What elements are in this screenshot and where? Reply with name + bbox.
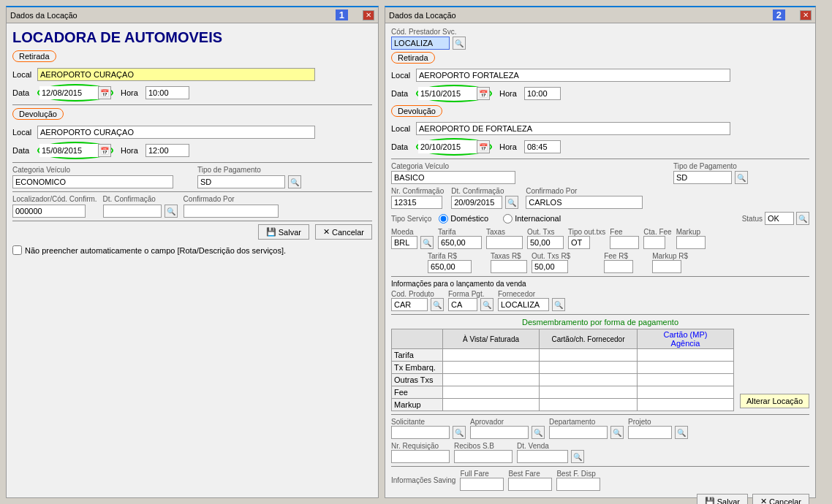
localizador-input-1[interactable]: [12, 205, 86, 218]
dt-venda-input[interactable]: [517, 450, 568, 463]
domestico-radio[interactable]: [439, 214, 448, 224]
dev-hora-input-1[interactable]: [145, 144, 189, 157]
out-txs-rs-input[interactable]: [532, 260, 568, 273]
tarifa-rs-input[interactable]: [428, 260, 472, 273]
recibos-label: Recibos S.B: [454, 442, 513, 450]
dt-conf-input-2[interactable]: [451, 196, 502, 209]
cta-fee-input[interactable]: [643, 236, 665, 249]
tipo-pgto-input-1[interactable]: [197, 175, 285, 188]
markup-input[interactable]: [676, 236, 706, 249]
checkbox-1[interactable]: [12, 245, 22, 255]
tarifa-row-label: Tarifa: [392, 349, 443, 362]
dt-conf-icon-2[interactable]: 🔍: [505, 196, 518, 209]
best-fare-input[interactable]: [508, 478, 552, 491]
cod-prestador-icon[interactable]: 🔍: [453, 37, 466, 50]
dev-hora-label-2: Hora: [499, 142, 521, 151]
dev-local-label-2: Local: [391, 124, 413, 133]
fornecedor-input[interactable]: [498, 298, 549, 311]
hora-input-2[interactable]: [524, 87, 561, 100]
categoria-input-1[interactable]: [12, 175, 173, 188]
alterar-button[interactable]: Alterar Locação: [740, 394, 809, 408]
dev-calendar-icon-2[interactable]: 📅: [477, 140, 490, 153]
nr-req-label: Nr. Requisição: [391, 442, 450, 450]
salvar-button-1[interactable]: 💾 Salvar: [258, 224, 309, 240]
internacional-radio[interactable]: [503, 214, 513, 224]
dev-hora-input-2[interactable]: [524, 140, 561, 153]
moeda-input[interactable]: [391, 236, 417, 249]
status-input[interactable]: [765, 212, 794, 225]
nr-conf-input[interactable]: [391, 196, 442, 209]
aprovador-input[interactable]: [470, 426, 529, 439]
confirmado-input-2[interactable]: [526, 196, 643, 209]
tarifa-row: Tarifa: [392, 349, 734, 362]
tarifa-rs-label: Tarifa R$: [428, 252, 472, 260]
calendar-icon-1[interactable]: 📅: [98, 86, 111, 99]
close-button-1[interactable]: ✕: [363, 10, 374, 20]
dev-local-input-2[interactable]: [416, 122, 730, 135]
dt-conf-input-1[interactable]: [103, 205, 162, 218]
categoria-input-2[interactable]: [391, 171, 515, 184]
close-button-2[interactable]: ✕: [800, 10, 812, 20]
recibos-input[interactable]: [454, 450, 513, 463]
aprovador-icon[interactable]: 🔍: [532, 426, 545, 439]
dev-data-input-1[interactable]: [39, 144, 98, 157]
departamento-input[interactable]: [549, 426, 608, 439]
taxas-rs-label: Taxas R$: [491, 252, 527, 260]
forma-pgt-input[interactable]: [448, 298, 477, 311]
dt-conf-icon-1[interactable]: 🔍: [164, 205, 178, 218]
dt-conf-label-2: Dt. Confirmação: [451, 187, 518, 195]
cod-prestador-input[interactable]: [391, 37, 450, 50]
calendar-icon-2[interactable]: 📅: [477, 87, 490, 100]
tx-embarq-row: Tx Embarq.: [392, 362, 734, 374]
tarifa-input[interactable]: [438, 236, 482, 249]
forma-pgt-icon[interactable]: 🔍: [480, 298, 493, 311]
data-input-2[interactable]: [418, 87, 477, 100]
tipo-pgto-input-2[interactable]: [673, 171, 732, 184]
dev-calendar-icon-1[interactable]: 📅: [98, 144, 111, 157]
salvar-button-2[interactable]: 💾 Salvar: [697, 494, 748, 504]
solicitante-icon[interactable]: 🔍: [453, 426, 466, 439]
cta-fee-label: Cta. Fee: [643, 228, 671, 236]
projeto-input[interactable]: [628, 426, 672, 439]
full-fare-input[interactable]: [460, 478, 504, 491]
retirada-label-1: Retirada: [12, 50, 56, 62]
tipo-pgto-icon-2[interactable]: 🔍: [735, 171, 748, 184]
cod-produto-icon[interactable]: 🔍: [431, 298, 444, 311]
dev-calendar-circle-2: 📅: [416, 138, 492, 156]
dt-venda-icon[interactable]: 🔍: [571, 450, 584, 463]
best-f-disp-input[interactable]: [556, 478, 600, 491]
confirmado-input-1[interactable]: [184, 205, 279, 218]
local-input-2[interactable]: [416, 69, 730, 82]
info-label: Informações para o lançamento da venda: [391, 280, 809, 288]
out-txs-input[interactable]: [527, 236, 564, 249]
dev-local-input-1[interactable]: [37, 126, 315, 139]
hora-input-1[interactable]: [145, 86, 189, 99]
local-input-1[interactable]: [37, 68, 315, 81]
cancelar-button-1[interactable]: ✕ Cancelar: [315, 224, 372, 240]
solicitante-input[interactable]: [391, 426, 450, 439]
departamento-icon[interactable]: 🔍: [610, 426, 624, 439]
tipo-out-label: Tipo out.txs: [568, 228, 605, 236]
tipo-pgto-icon-1[interactable]: 🔍: [288, 175, 301, 188]
local-label-1: Local: [12, 70, 34, 79]
cod-produto-input[interactable]: [391, 298, 428, 311]
tipo-out-input[interactable]: [568, 236, 590, 249]
fee-rs-input[interactable]: [604, 260, 633, 273]
markup-rs-input[interactable]: [652, 260, 681, 273]
title-bar-1: Dados da Locação 1 ✕: [7, 7, 378, 23]
agencia-header[interactable]: Agência: [671, 339, 700, 348]
dev-data-input-2[interactable]: [418, 140, 477, 153]
taxas-input[interactable]: [486, 236, 523, 249]
status-icon[interactable]: 🔍: [796, 212, 809, 225]
nr-req-input[interactable]: [391, 450, 450, 463]
moeda-icon[interactable]: 🔍: [420, 236, 434, 249]
projeto-icon[interactable]: 🔍: [675, 426, 688, 439]
data-input-1[interactable]: [39, 86, 98, 99]
fee-input[interactable]: [610, 236, 639, 249]
cancelar-button-2[interactable]: ✕ Cancelar: [752, 494, 809, 504]
taxas-rs-input[interactable]: [491, 260, 527, 273]
fornecedor-icon[interactable]: 🔍: [552, 298, 565, 311]
cartao-mp-header[interactable]: Cartão (MP): [664, 330, 708, 339]
devolucao-label-2: Devolução: [391, 105, 442, 117]
markup-rs-label: Markup R$: [652, 252, 688, 260]
